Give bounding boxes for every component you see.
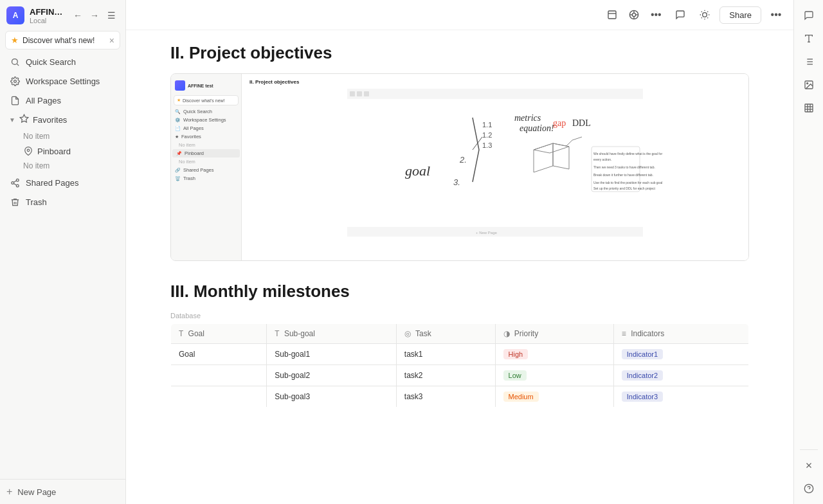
trash-icon <box>9 196 21 208</box>
svg-text:DDL: DDL <box>572 118 591 128</box>
sidebar-item-workspace-settings[interactable]: Workspace Settings <box>3 72 123 90</box>
svg-line-41 <box>473 137 482 150</box>
table-row: Goal Sub-goal1 task1 High Indicator1 <box>171 344 749 365</box>
page-mode-button[interactable] <box>602 5 622 24</box>
col-header-indicators: ≡ Indicators <box>613 324 748 344</box>
pinboard-label: Pinboard <box>37 147 71 156</box>
col-header-sub-goal: T Sub-goal <box>267 324 397 344</box>
share-button[interactable]: Share <box>719 6 761 24</box>
svg-text:equation!: equation! <box>520 123 554 133</box>
indicators-col-icon: ≡ <box>622 329 626 338</box>
sidebar-toggle-button[interactable]: ☰ <box>104 8 119 23</box>
forward-button[interactable]: → <box>87 8 102 23</box>
section3-title: III. Monthly milestones <box>170 282 749 302</box>
svg-line-26 <box>708 12 709 12</box>
svg-point-5 <box>16 179 19 181</box>
mini-sidebar: AFFINE test ★ Discover what's new! 🔍Quic… <box>171 74 242 260</box>
close-banner-button[interactable]: × <box>109 36 114 45</box>
indicator-tag: Indicator2 <box>622 370 663 381</box>
sidebar-item-trash[interactable]: Trash <box>3 193 123 211</box>
svg-rect-29 <box>357 91 362 96</box>
svg-point-0 <box>12 59 17 64</box>
svg-point-65 <box>806 83 808 84</box>
svg-marker-44 <box>534 143 569 153</box>
topbar: ••• Share ••• <box>126 0 793 30</box>
sidebar-item-pinboard[interactable]: Pinboard <box>3 143 123 159</box>
comment-mode-button[interactable] <box>671 5 690 24</box>
svg-rect-30 <box>364 91 369 96</box>
view-mode-button[interactable] <box>624 5 644 24</box>
text-panel-button[interactable] <box>799 28 819 49</box>
svg-line-21 <box>701 12 702 12</box>
table-header-row: T Goal T Sub-goal ◎ Task ◑ Priority <box>171 324 749 344</box>
help-button[interactable] <box>799 478 819 499</box>
workspace-name: AFFINE test <box>30 7 65 17</box>
svg-point-13 <box>633 13 636 16</box>
pages-icon <box>9 94 21 106</box>
svg-point-4 <box>27 149 30 152</box>
sidebar-nav-icons: ← → ☰ <box>70 8 119 23</box>
svg-text:We should have firstly define : We should have firstly define what is th… <box>593 152 663 156</box>
new-page-label: New Page <box>17 487 56 497</box>
svg-line-1 <box>17 64 19 66</box>
comment-panel-button[interactable] <box>799 5 819 26</box>
discover-banner[interactable]: ★ Discover what's new! × <box>5 31 120 50</box>
svg-text:Use the tab to find the positi: Use the tab to find the position for eac… <box>593 181 662 184</box>
svg-point-18 <box>703 13 707 17</box>
shared-pages-icon <box>9 177 21 188</box>
indicator-tag: Indicator1 <box>622 349 663 359</box>
svg-text:metrics: metrics <box>514 113 541 123</box>
topbar-tools: ••• <box>602 5 665 24</box>
cell-indicator: Indicator1 <box>613 344 748 365</box>
avatar: A <box>6 6 24 24</box>
cell-sub-goal: Sub-goal3 <box>267 386 397 408</box>
svg-point-7 <box>16 184 19 187</box>
svg-text:1.1: 1.1 <box>482 121 492 129</box>
right-panel-divider <box>800 449 818 450</box>
favorites-icon <box>19 114 29 125</box>
priority-tag: Medium <box>503 392 539 402</box>
more-options-button[interactable]: ••• <box>646 5 665 24</box>
indicator-tag: Indicator3 <box>622 392 663 402</box>
cell-task: task1 <box>396 344 495 365</box>
theme-button[interactable] <box>695 5 714 24</box>
sidebar-item-label: All Pages <box>26 96 61 105</box>
sidebar-item-favorites[interactable]: ▼ Favorites <box>3 111 123 129</box>
sidebar-header: A AFFINE test Local ← → ☰ <box>0 0 125 28</box>
sidebar-item-all-pages[interactable]: All Pages <box>3 91 123 109</box>
list-panel-button[interactable] <box>799 51 819 72</box>
back-button[interactable]: ← <box>70 8 86 23</box>
cell-indicator: Indicator3 <box>613 386 748 408</box>
svg-text:2.: 2. <box>459 155 467 165</box>
svg-line-8 <box>14 183 16 184</box>
close-panel-button[interactable] <box>799 455 819 476</box>
cell-sub-goal: Sub-goal1 <box>267 344 397 365</box>
table-panel-button[interactable] <box>799 98 819 118</box>
image-panel-button[interactable] <box>799 75 819 95</box>
favorites-no-item: No item <box>3 129 123 143</box>
plus-icon: + <box>6 486 12 498</box>
svg-marker-42 <box>534 143 553 172</box>
svg-line-9 <box>14 181 16 182</box>
new-page-button[interactable]: + New Page <box>0 479 125 504</box>
sidebar-item-shared-pages[interactable]: Shared Pages <box>3 174 123 192</box>
discover-banner-text: Discover what's new! <box>23 36 95 45</box>
svg-line-46 <box>572 137 582 140</box>
svg-rect-28 <box>350 91 355 96</box>
pinboard-icon <box>23 146 33 156</box>
pinboard-no-item: No item <box>3 159 123 173</box>
database-table: T Goal T Sub-goal ◎ Task ◑ Priority <box>170 323 749 408</box>
overflow-menu-button[interactable]: ••• <box>766 5 786 24</box>
col-header-task: ◎ Task <box>396 324 495 344</box>
cell-task: task3 <box>396 386 495 408</box>
svg-text:goal: goal <box>405 163 430 179</box>
workspace-info: AFFINE test Local <box>30 7 65 24</box>
sidebar-item-label: Workspace Settings <box>26 76 100 86</box>
svg-text:every action.: every action. <box>593 158 611 161</box>
cell-task: task2 <box>396 365 495 386</box>
sidebar-item-quick-search[interactable]: Quick Search <box>3 53 123 71</box>
svg-line-45 <box>566 140 572 147</box>
svg-text:gap: gap <box>553 118 566 128</box>
priority-col-icon: ◑ <box>503 329 510 338</box>
table-row: Sub-goal3 task3 Medium Indicator3 <box>171 386 749 408</box>
